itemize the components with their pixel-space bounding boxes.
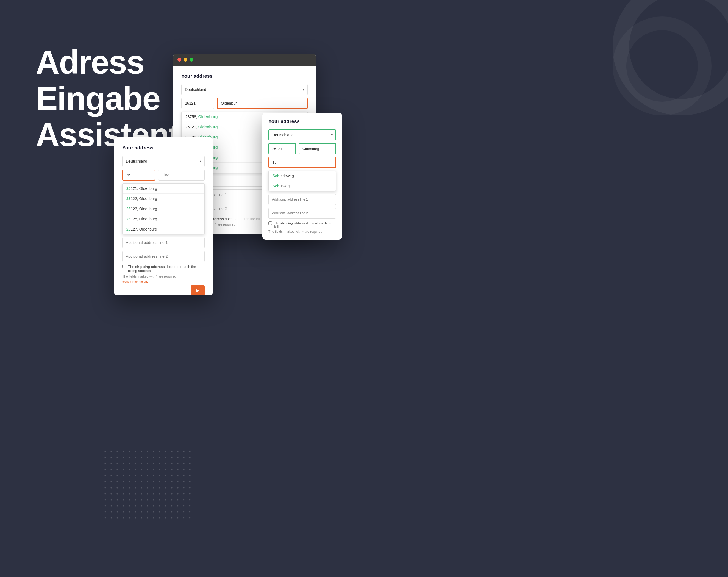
required-note-zip: The fields marked with * are required bbox=[122, 274, 205, 278]
form-card-street: Your address Deutschland ▾ Scheideweg Sc… bbox=[262, 113, 342, 240]
addr2-input-zip[interactable] bbox=[122, 251, 205, 262]
zip-group-main: 26121 bbox=[181, 98, 214, 109]
city-group-main: Oldenbur bbox=[217, 98, 308, 109]
svg-rect-1 bbox=[104, 451, 192, 522]
zip-city-row-street bbox=[268, 143, 336, 154]
bg-arc-outer bbox=[613, 0, 728, 115]
form-title-main: Your address bbox=[181, 73, 308, 79]
zip-suggestion-2[interactable]: 26123, Oldenburg bbox=[123, 204, 204, 214]
city-col-zip bbox=[158, 169, 205, 181]
street-suggestion-0[interactable]: Scheideweg bbox=[269, 171, 336, 181]
shipping-checkbox-row-zip: The shipping address does not match the … bbox=[122, 265, 205, 273]
country-group-zip: Deutschland ▾ bbox=[122, 156, 205, 167]
addr2-group-street bbox=[268, 208, 336, 219]
country-select-main[interactable]: Deutschland bbox=[181, 84, 308, 95]
close-button-icon[interactable] bbox=[178, 58, 181, 61]
country-select-street[interactable]: Deutschland bbox=[268, 129, 336, 140]
dot-grid: // Generated in inline SVG bbox=[104, 451, 192, 522]
window-street-autocomplete: Your address Deutschland ▾ Scheideweg Sc… bbox=[262, 113, 342, 240]
zip-input-zip[interactable] bbox=[122, 169, 155, 181]
form-title-zip: Your address bbox=[122, 145, 205, 151]
zip-suggestion-3[interactable]: 26125, Oldenburg bbox=[123, 214, 204, 224]
addr1-input-zip[interactable] bbox=[122, 237, 205, 248]
required-note-street: The fields marked with * are required bbox=[268, 230, 336, 234]
country-group-main: Deutschland ▾ bbox=[181, 84, 308, 95]
city-input-street[interactable] bbox=[298, 143, 336, 154]
zip-suggestion-4[interactable]: 26127, Oldenburg bbox=[123, 224, 204, 234]
zip-city-row-zip bbox=[122, 169, 205, 181]
city-input-main[interactable]: Oldenbur bbox=[217, 98, 308, 109]
city-input-zip[interactable] bbox=[158, 169, 205, 181]
street-suggestions: Scheideweg Schulweg bbox=[268, 171, 336, 191]
shipping-checkbox-row-street: The shipping address does not match the … bbox=[268, 221, 336, 228]
zip-suggestion-1[interactable]: 26122, Oldenburg bbox=[123, 194, 204, 204]
zip-input-main[interactable]: 26121 bbox=[181, 98, 214, 109]
city-col-street bbox=[298, 143, 336, 154]
street-group-street bbox=[268, 157, 336, 168]
zip-col-zip bbox=[122, 169, 155, 181]
hero-title: Adress Eingabe Assistent bbox=[36, 44, 179, 153]
window-zip-autocomplete: Your address Deutschland ▾ 26121, Oldenb… bbox=[114, 137, 213, 295]
zip-col-street bbox=[268, 143, 296, 154]
submit-button-zip[interactable]: ▶ bbox=[191, 286, 205, 295]
window-chrome bbox=[173, 54, 316, 66]
shipping-checkbox-street[interactable] bbox=[268, 221, 272, 225]
form-card-zip: Your address Deutschland ▾ 26121, Oldenb… bbox=[114, 137, 213, 291]
addr2-input-street[interactable] bbox=[268, 208, 336, 219]
form-title-street: Your address bbox=[268, 119, 336, 125]
country-select-zip[interactable]: Deutschland bbox=[122, 156, 205, 167]
shipping-checkbox-zip[interactable] bbox=[122, 265, 126, 268]
bg-arc-inner bbox=[613, 17, 711, 115]
zip-city-row-main: 26121 Oldenbur bbox=[181, 98, 308, 109]
addr1-input-street[interactable] bbox=[268, 194, 336, 205]
street-input-street[interactable] bbox=[268, 157, 336, 168]
zip-suggestions: 26121, Oldenburg 26122, Oldenburg 26123,… bbox=[122, 183, 205, 234]
zip-suggestion-0[interactable]: 26121, Oldenburg bbox=[123, 184, 204, 194]
maximize-button-icon[interactable] bbox=[189, 58, 193, 61]
addr1-group-zip bbox=[122, 237, 205, 248]
addr2-group-zip bbox=[122, 251, 205, 262]
country-group-street: Deutschland ▾ bbox=[268, 129, 336, 140]
shipping-label-zip: The shipping address does not match the … bbox=[128, 265, 205, 273]
hero-section: Adress Eingabe Assistent bbox=[36, 44, 179, 153]
minimize-button-icon[interactable] bbox=[183, 58, 187, 61]
addr1-group-street bbox=[268, 194, 336, 205]
shipping-label-street: The shipping address does not match the … bbox=[274, 221, 336, 228]
zip-input-street[interactable] bbox=[268, 143, 296, 154]
data-protection-note-zip: tection information. bbox=[122, 280, 205, 283]
street-suggestion-1[interactable]: Schulweg bbox=[269, 181, 336, 191]
